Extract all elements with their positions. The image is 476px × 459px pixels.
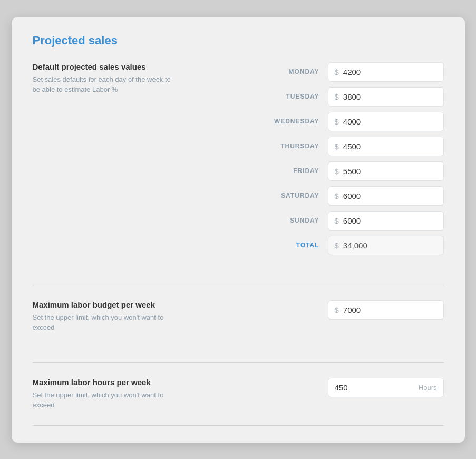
labor-budget-field-area: $ [201, 300, 444, 320]
days-fields-area: MONDAY $ TUESDAY $ WEDNESDAY $ THURSDAY … [201, 62, 444, 255]
labor-hours-section: Maximum labor hours per week Set the upp… [33, 378, 444, 410]
hours-unit: Hours [419, 384, 437, 391]
labor-budget-desc: Set the upper limit, which you won't wan… [33, 312, 180, 333]
input-saturday[interactable] [343, 192, 437, 200]
labor-hours-input-wrapper: Hours [328, 378, 444, 397]
currency-monday: $ [335, 68, 339, 77]
currency-friday: $ [335, 167, 339, 176]
label-friday: FRIDAY [272, 167, 319, 175]
labor-budget-title: Maximum labor budget per week [33, 300, 180, 309]
divider-3 [33, 425, 444, 426]
labor-hours-input[interactable] [335, 383, 377, 392]
currency-thursday: $ [335, 142, 339, 151]
projected-sales-info: Default projected sales values Set sales… [33, 62, 180, 95]
input-wrapper-wednesday: $ [328, 112, 444, 131]
currency-tuesday: $ [335, 92, 339, 101]
input-wrapper-sunday: $ [328, 211, 444, 231]
label-monday: MONDAY [272, 68, 319, 75]
label-saturday: SATURDAY [272, 192, 319, 199]
labor-hours-field-area: Hours [201, 378, 444, 397]
projected-sales-title: Default projected sales values [33, 62, 180, 71]
input-wrapper-saturday: $ [328, 186, 444, 206]
field-row-monday: MONDAY $ [201, 62, 444, 82]
field-row-tuesday: TUESDAY $ [201, 87, 444, 107]
field-row-saturday: SATURDAY $ [201, 186, 444, 206]
input-monday[interactable] [343, 68, 437, 77]
input-tuesday[interactable] [343, 92, 437, 101]
input-friday[interactable] [343, 167, 437, 176]
label-thursday: THURSDAY [272, 142, 319, 150]
divider-1 [33, 285, 444, 285]
input-wrapper-friday: $ [328, 161, 444, 181]
input-total [343, 241, 437, 250]
field-row-wednesday: WEDNESDAY $ [201, 112, 444, 131]
currency-wednesday: $ [335, 117, 339, 126]
labor-hours-title: Maximum labor hours per week [33, 378, 180, 387]
field-row-thursday: THURSDAY $ [201, 137, 444, 156]
divider-2 [33, 362, 444, 363]
label-total: TOTAL [272, 242, 319, 249]
labor-budget-input[interactable] [343, 305, 437, 314]
input-wednesday[interactable] [343, 117, 437, 126]
projected-sales-section: Default projected sales values Set sales… [33, 62, 444, 270]
labor-budget-info: Maximum labor budget per week Set the up… [33, 300, 180, 333]
labor-budget-currency: $ [335, 305, 339, 314]
labor-hours-info: Maximum labor hours per week Set the upp… [33, 378, 180, 410]
input-wrapper-thursday: $ [328, 137, 444, 156]
field-row-friday: FRIDAY $ [201, 161, 444, 181]
input-wrapper-total: $ [328, 236, 444, 255]
projected-sales-desc: Set sales defaults for each day of the w… [33, 74, 180, 95]
label-sunday: SUNDAY [272, 217, 319, 224]
page-title: Projected sales [33, 34, 444, 47]
labor-budget-section: Maximum labor budget per week Set the up… [33, 300, 444, 348]
labor-hours-desc: Set the upper limit, which you won't wan… [33, 390, 180, 410]
currency-sunday: $ [335, 216, 339, 225]
label-tuesday: TUESDAY [272, 93, 319, 100]
input-wrapper-tuesday: $ [328, 87, 444, 107]
field-row-sunday: SUNDAY $ [201, 211, 444, 231]
currency-total: $ [335, 241, 339, 250]
field-row-total: TOTAL $ [201, 236, 444, 255]
currency-saturday: $ [335, 192, 339, 200]
input-thursday[interactable] [343, 142, 437, 151]
label-wednesday: WEDNESDAY [272, 118, 319, 125]
input-wrapper-monday: $ [328, 62, 444, 82]
main-card: Projected sales Default projected sales … [12, 17, 465, 443]
input-sunday[interactable] [343, 216, 437, 225]
labor-budget-input-wrapper: $ [328, 300, 444, 320]
